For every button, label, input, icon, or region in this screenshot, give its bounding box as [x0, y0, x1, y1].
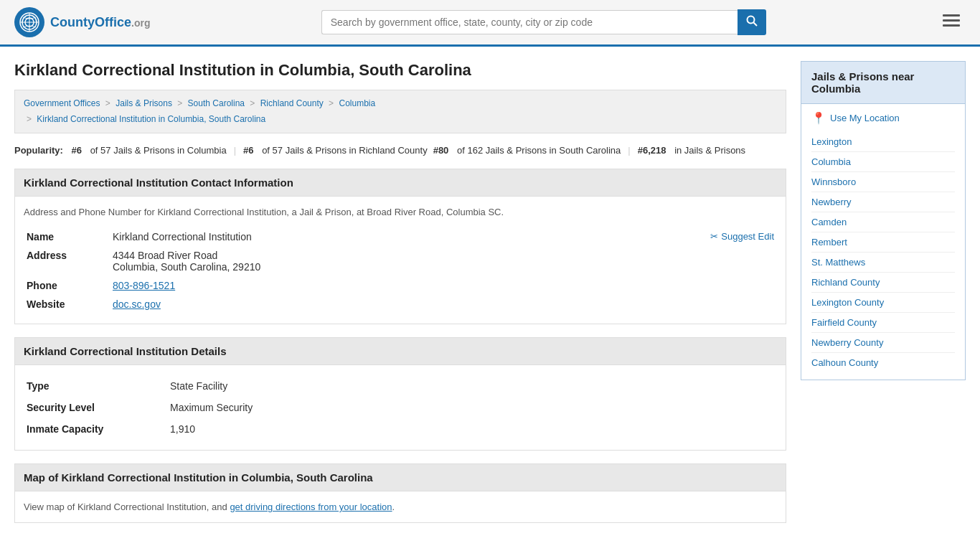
list-item: Richland County	[811, 272, 955, 292]
capacity-value: 1,910	[167, 418, 777, 440]
list-item: Columbia	[811, 151, 955, 171]
content-area: Kirkland Correctional Institution in Col…	[14, 61, 786, 536]
sidebar-link-camden[interactable]: Camden	[811, 212, 955, 232]
sidebar: Jails & Prisons near Columbia 📍 Use My L…	[801, 61, 966, 536]
breadcrumb-link-columbia[interactable]: Columbia	[339, 98, 375, 108]
popularity-rank1: #6	[72, 145, 82, 156]
map-desc-suffix: .	[392, 501, 395, 512]
contact-section: Kirkland Correctional Institution Contac…	[14, 169, 786, 324]
list-item: Fairfield County	[811, 312, 955, 332]
breadcrumb-link-richland[interactable]: Richland County	[260, 98, 324, 108]
table-row: Inmate Capacity 1,910	[24, 418, 777, 440]
breadcrumb-link-sc[interactable]: South Carolina	[188, 98, 245, 108]
logo-brand: CountyOffice	[50, 15, 131, 29]
svg-rect-8	[943, 19, 960, 22]
map-desc-text: View map of Kirkland Correctional Instit…	[24, 501, 227, 512]
table-row: Name Kirkland Correctional Institution ✂…	[24, 227, 777, 246]
suggest-edit-label: Suggest Edit	[721, 231, 774, 242]
breadcrumb-sep: >	[329, 98, 334, 108]
contact-table: Name Kirkland Correctional Institution ✂…	[24, 227, 777, 314]
list-item: Newberry	[811, 192, 955, 212]
menu-icon[interactable]	[937, 10, 966, 34]
search-input[interactable]	[321, 10, 738, 34]
breadcrumb: Government Offices > Jails & Prisons > S…	[14, 90, 786, 133]
sidebar-content: 📍 Use My Location Lexington Columbia Win…	[801, 104, 966, 380]
type-value: State Facility	[167, 375, 777, 397]
logo-text: CountyOffice.org	[50, 15, 150, 30]
popularity-rank3: #80	[433, 145, 449, 156]
table-row: Address 4344 Broad River Road Columbia, …	[24, 246, 777, 276]
website-link[interactable]: doc.sc.gov	[113, 298, 161, 310]
breadcrumb-link-gov[interactable]: Government Offices	[24, 98, 100, 108]
main-container: Kirkland Correctional Institution in Col…	[0, 47, 980, 551]
map-content: View map of Kirkland Correctional Instit…	[14, 491, 786, 523]
popularity-rank2: #6	[243, 145, 253, 156]
details-content: Type State Facility Security Level Maxim…	[14, 365, 786, 451]
breadcrumb-sep: >	[105, 98, 110, 108]
contact-content: Address and Phone Number for Kirkland Co…	[14, 197, 786, 324]
sidebar-link-newberry[interactable]: Newberry	[811, 192, 955, 212]
sidebar-link-calhoun[interactable]: Calhoun County	[811, 353, 955, 372]
address-label: Address	[24, 246, 110, 276]
contact-description: Address and Phone Number for Kirkland Co…	[24, 207, 777, 217]
sidebar-link-stmatthews[interactable]: St. Matthews	[811, 253, 955, 272]
table-row: Website doc.sc.gov	[24, 295, 777, 314]
website-label: Website	[24, 295, 110, 314]
logo-icon	[14, 7, 44, 37]
page-title: Kirkland Correctional Institution in Col…	[14, 61, 786, 80]
breadcrumb-sep: >	[27, 114, 32, 124]
svg-rect-7	[943, 14, 960, 17]
details-section: Kirkland Correctional Institution Detail…	[14, 337, 786, 451]
breadcrumb-link-jails[interactable]: Jails & Prisons	[116, 98, 172, 108]
type-label: Type	[24, 375, 167, 397]
sidebar-header-line2: Columbia	[811, 83, 860, 95]
sidebar-link-fairfield[interactable]: Fairfield County	[811, 313, 955, 332]
popularity-sep2: |	[628, 145, 630, 156]
search-area	[321, 9, 766, 35]
sidebar-link-rembert[interactable]: Rembert	[811, 232, 955, 252]
popularity-rank2-text: of 57 Jails & Prisons in Richland County	[262, 145, 428, 156]
phone-link[interactable]: 803-896-1521	[113, 280, 175, 291]
sidebar-link-richland[interactable]: Richland County	[811, 273, 955, 292]
list-item: Lexington	[811, 132, 955, 151]
popularity-label: Popularity:	[14, 145, 63, 156]
website-value: doc.sc.gov	[110, 295, 777, 314]
driving-directions-link[interactable]: get driving directions from your locatio…	[230, 501, 392, 512]
list-item: St. Matthews	[811, 252, 955, 272]
details-header: Kirkland Correctional Institution Detail…	[14, 337, 786, 365]
sidebar-link-newberrycounty[interactable]: Newberry County	[811, 333, 955, 352]
address-value: 4344 Broad River Road Columbia, South Ca…	[110, 246, 777, 276]
sidebar-link-lexingtoncounty[interactable]: Lexington County	[811, 293, 955, 312]
phone-label: Phone	[24, 276, 110, 295]
breadcrumb-sep: >	[250, 98, 255, 108]
popularity-section: Popularity: #6 of 57 Jails & Prisons in …	[14, 145, 786, 156]
use-my-location-link[interactable]: 📍 Use My Location	[811, 111, 955, 125]
popularity-rank4: #6,218	[638, 145, 666, 156]
list-item: Newberry County	[811, 332, 955, 352]
name-label: Name	[24, 227, 110, 246]
breadcrumb-sep: >	[177, 98, 182, 108]
list-item: Lexington County	[811, 292, 955, 312]
sidebar-link-lexington[interactable]: Lexington	[811, 132, 955, 151]
details-table: Type State Facility Security Level Maxim…	[24, 375, 777, 440]
list-item: Camden	[811, 212, 955, 232]
name-value: Kirkland Correctional Institution ✂ Sugg…	[110, 227, 777, 246]
popularity-rank3-text: of 162 Jails & Prisons in South Carolina	[457, 145, 621, 156]
suggest-edit-button[interactable]: ✂ Suggest Edit	[710, 231, 774, 242]
svg-line-6	[753, 23, 757, 27]
list-item: Calhoun County	[811, 352, 955, 372]
sidebar-header: Jails & Prisons near Columbia	[801, 61, 966, 104]
search-button[interactable]	[738, 9, 766, 35]
address-line1: 4344 Broad River Road	[113, 250, 774, 261]
breadcrumb-link-current[interactable]: Kirkland Correctional Institution in Col…	[37, 114, 265, 124]
svg-rect-9	[943, 24, 960, 27]
table-row: Security Level Maximum Security	[24, 397, 777, 418]
use-location-label: Use My Location	[830, 113, 900, 123]
table-row: Phone 803-896-1521	[24, 276, 777, 295]
sidebar-link-columbia[interactable]: Columbia	[811, 152, 955, 171]
sidebar-link-winnsboro[interactable]: Winnsboro	[811, 172, 955, 192]
capacity-label: Inmate Capacity	[24, 418, 167, 440]
logo-org: .org	[131, 17, 150, 29]
contact-header: Kirkland Correctional Institution Contac…	[14, 169, 786, 197]
map-section: Map of Kirkland Correctional Institution…	[14, 463, 786, 523]
